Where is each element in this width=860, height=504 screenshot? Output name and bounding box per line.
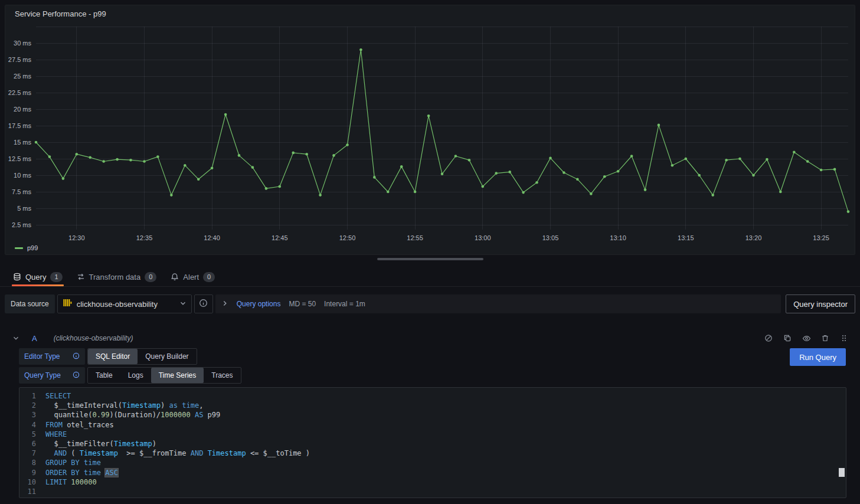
sql-code-editor[interactable]: 1SELECT2 $__timeInterval(Timestamp) as t… bbox=[19, 387, 846, 498]
collapse-chevron-icon[interactable] bbox=[9, 332, 22, 345]
editor-type-query-builder[interactable]: Query Builder bbox=[138, 349, 196, 364]
code-lines-container: 1SELECT2 $__timeInterval(Timestamp) as t… bbox=[19, 388, 846, 496]
interval-value: Interval = 1m bbox=[324, 300, 365, 308]
editor-type-row: Editor Type SQL Editor Query Builder bbox=[19, 348, 197, 365]
datasource-help-button[interactable] bbox=[194, 294, 213, 313]
line-number: 4 bbox=[19, 420, 45, 430]
legend-series-label: p99 bbox=[27, 244, 38, 251]
svg-text:12:45: 12:45 bbox=[272, 234, 288, 241]
tab-count-badge: 1 bbox=[50, 272, 62, 282]
query-type-table[interactable]: Table bbox=[88, 368, 120, 383]
line-number: 2 bbox=[19, 401, 45, 410]
query-type-group: Table Logs Time Series Traces bbox=[87, 367, 241, 384]
code-text: $__timeFilter(Timestamp) bbox=[45, 439, 156, 449]
line-number: 6 bbox=[19, 439, 45, 449]
code-text: SELECT bbox=[45, 391, 71, 401]
code-line[interactable]: 4FROM otel_traces bbox=[19, 420, 846, 430]
code-line[interactable]: 2 $__timeInterval(Timestamp) as time, bbox=[19, 401, 846, 410]
line-number: 11 bbox=[19, 487, 45, 496]
svg-text:12:50: 12:50 bbox=[339, 234, 356, 241]
svg-text:20 ms: 20 ms bbox=[14, 106, 31, 113]
code-line[interactable]: 3 quantile(0.99)(Duration)/1000000 AS p9… bbox=[19, 410, 846, 420]
query-type-row: Query Type Table Logs Time Series Traces bbox=[19, 367, 241, 384]
run-query-button[interactable]: Run Query bbox=[790, 348, 846, 366]
timeseries-panel: Service Performance - p99 2.5 ms5 ms7.5 … bbox=[5, 5, 855, 255]
drag-handle-icon[interactable] bbox=[838, 332, 851, 345]
query-type-logs[interactable]: Logs bbox=[120, 368, 151, 383]
panel-resize-handle[interactable] bbox=[377, 258, 483, 260]
tab-alert[interactable]: Alert 0 bbox=[164, 267, 222, 286]
editor-type-sql-editor[interactable]: SQL Editor bbox=[88, 349, 138, 364]
code-line[interactable]: 5WHERE bbox=[19, 430, 846, 439]
query-datasource-hint: (clickhouse-observability) bbox=[54, 334, 133, 342]
code-text: quantile(0.99)(Duration)/1000000 AS p99 bbox=[45, 410, 220, 420]
editor-tabbar: Query 1 Transform data 0 Alert 0 bbox=[0, 267, 860, 287]
svg-text:13:25: 13:25 bbox=[813, 234, 829, 241]
code-text: ORDER BY time ASC bbox=[45, 468, 118, 477]
datasource-label: Data source bbox=[5, 294, 55, 313]
bell-icon bbox=[171, 273, 179, 281]
grafana-explore-page: Service Performance - p99 2.5 ms5 ms7.5 … bbox=[0, 0, 860, 504]
database-icon bbox=[13, 273, 21, 281]
chevron-right-icon bbox=[221, 299, 228, 309]
code-line[interactable]: 9ORDER BY time ASC bbox=[19, 468, 846, 477]
datasource-row: Data source clickhouse-observability bbox=[5, 294, 855, 313]
chart-legend[interactable]: p99 bbox=[15, 244, 38, 251]
query-options-toggle[interactable]: Query options MD = 50 Interval = 1m bbox=[215, 294, 781, 313]
line-number: 5 bbox=[19, 430, 45, 439]
svg-text:13:15: 13:15 bbox=[678, 234, 694, 241]
svg-text:10 ms: 10 ms bbox=[14, 172, 31, 179]
svg-text:13:00: 13:00 bbox=[475, 234, 491, 241]
query-type-time-series[interactable]: Time Series bbox=[151, 368, 204, 383]
code-line[interactable]: 8GROUP BY time bbox=[19, 458, 846, 467]
tab-query[interactable]: Query 1 bbox=[6, 267, 70, 286]
line-number: 9 bbox=[19, 468, 45, 477]
svg-text:7.5 ms: 7.5 ms bbox=[12, 188, 32, 195]
code-line[interactable]: 11 bbox=[19, 487, 846, 496]
svg-text:5 ms: 5 ms bbox=[17, 205, 31, 212]
svg-text:12:35: 12:35 bbox=[136, 234, 153, 241]
line-number: 8 bbox=[19, 458, 45, 467]
svg-text:27.5 ms: 27.5 ms bbox=[8, 56, 32, 63]
tab-label: Transform data bbox=[89, 273, 141, 282]
code-text: LIMIT 100000 bbox=[45, 477, 97, 487]
editor-type-group: SQL Editor Query Builder bbox=[87, 348, 197, 365]
svg-text:12:55: 12:55 bbox=[407, 234, 423, 241]
legend-series-swatch bbox=[15, 247, 23, 249]
datasource-selected-value: clickhouse-observability bbox=[77, 300, 175, 309]
query-type-label: Query Type bbox=[19, 367, 85, 384]
delete-query-icon[interactable] bbox=[819, 332, 832, 345]
info-circle-icon[interactable] bbox=[73, 352, 80, 361]
code-line[interactable]: 7 AND ( Timestamp >= $__fromTime AND Tim… bbox=[19, 449, 846, 458]
svg-text:13:05: 13:05 bbox=[542, 234, 559, 241]
panel-title: Service Performance - p99 bbox=[15, 9, 106, 18]
svg-text:22.5 ms: 22.5 ms bbox=[8, 89, 32, 96]
code-text: WHERE bbox=[45, 430, 67, 439]
code-line[interactable]: 6 $__timeFilter(Timestamp) bbox=[19, 439, 846, 449]
tab-transform-data[interactable]: Transform data 0 bbox=[70, 267, 164, 286]
svg-text:12.5 ms: 12.5 ms bbox=[8, 155, 32, 162]
info-circle-icon bbox=[199, 299, 208, 310]
svg-text:25 ms: 25 ms bbox=[14, 73, 31, 80]
preview-query-icon[interactable] bbox=[800, 332, 813, 345]
code-text: AND ( Timestamp >= $__fromTime AND Times… bbox=[45, 449, 310, 458]
disable-query-icon[interactable] bbox=[762, 332, 775, 345]
svg-text:30 ms: 30 ms bbox=[14, 40, 31, 47]
info-circle-icon[interactable] bbox=[73, 371, 80, 380]
editor-overview-cursor bbox=[839, 468, 845, 477]
tab-label: Query bbox=[25, 273, 46, 282]
code-line[interactable]: 10LIMIT 100000 bbox=[19, 477, 846, 487]
svg-text:15 ms: 15 ms bbox=[14, 139, 31, 146]
query-inspector-button[interactable]: Query inspector bbox=[786, 294, 855, 313]
svg-text:12:40: 12:40 bbox=[204, 234, 220, 241]
transform-icon bbox=[77, 273, 85, 281]
query-ref-id[interactable]: A bbox=[32, 334, 37, 343]
datasource-picker[interactable]: clickhouse-observability bbox=[57, 294, 192, 313]
svg-text:13:20: 13:20 bbox=[745, 234, 762, 241]
query-type-traces[interactable]: Traces bbox=[204, 368, 240, 383]
tab-count-badge: 0 bbox=[145, 272, 156, 282]
code-line[interactable]: 1SELECT bbox=[19, 391, 846, 401]
chevron-down-icon bbox=[179, 299, 187, 309]
tab-count-badge: 0 bbox=[203, 272, 215, 282]
duplicate-query-icon[interactable] bbox=[781, 332, 794, 345]
